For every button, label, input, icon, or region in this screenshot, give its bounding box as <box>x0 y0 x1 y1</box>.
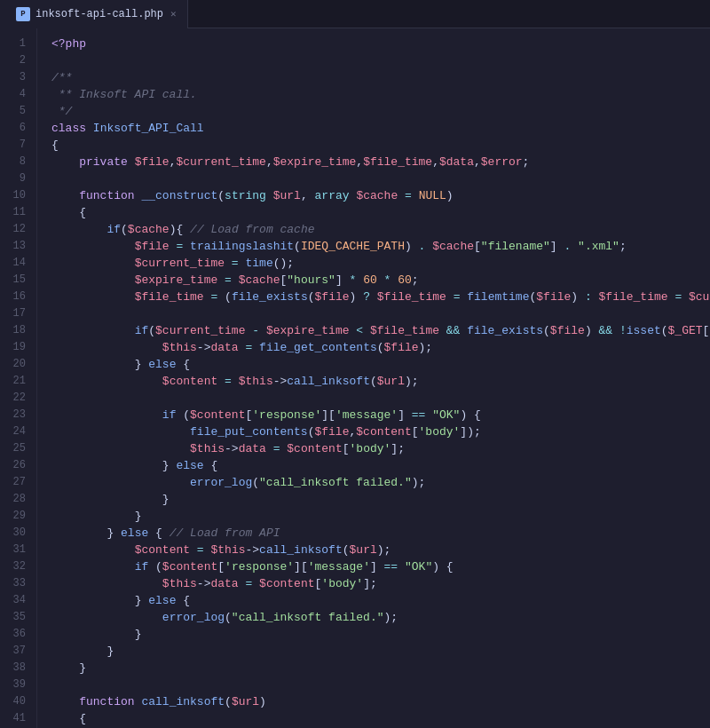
line-number: 30 <box>7 525 26 542</box>
code-line: /** <box>51 69 710 86</box>
file-tab[interactable]: P inksoft-api-call.php ✕ <box>0 0 188 28</box>
line-number: 29 <box>7 508 26 525</box>
line-number: 16 <box>7 289 26 305</box>
code-line: $expire_time = $cache["hours"] * 60 * 60… <box>51 272 710 289</box>
line-number: 2 <box>7 52 26 69</box>
line-number: 27 <box>7 474 26 491</box>
editor-area: 1234567891011121314151617181920212223242… <box>0 28 710 728</box>
code-line: if ($content['response']['message'] == "… <box>51 558 710 575</box>
code-line: } <box>51 508 710 525</box>
line-number: 28 <box>7 491 26 508</box>
line-number: 41 <box>7 710 26 727</box>
code-line <box>51 677 710 693</box>
code-line: class Inksoft_API_Call <box>51 120 710 137</box>
code-line: $this->data = $content['body']; <box>51 575 710 592</box>
code-line: if($current_time - $expire_time < $file_… <box>51 322 710 339</box>
code-line: $file = trailingslashit(IDEQ_CACHE_PATH)… <box>51 238 710 255</box>
code-line: { <box>51 137 710 154</box>
code-line: $content = $this->call_inksoft($url); <box>51 542 710 558</box>
line-number: 18 <box>7 322 26 339</box>
code-line: } else { <box>51 356 710 373</box>
line-number: 3 <box>7 69 26 86</box>
line-number: 4 <box>7 86 26 103</box>
code-line: } else { <box>51 457 710 474</box>
code-line: } <box>51 626 710 643</box>
line-number: 21 <box>7 373 26 390</box>
code-line: $file_time = (file_exists($file) ? $file… <box>51 289 710 305</box>
php-icon: P <box>16 7 30 21</box>
line-number: 37 <box>7 643 26 660</box>
line-number: 19 <box>7 339 26 356</box>
line-number: 33 <box>7 575 26 592</box>
code-line: } <box>51 491 710 508</box>
code-line <box>51 52 710 69</box>
code-line: } else { // Load from API <box>51 525 710 542</box>
line-number: 1 <box>7 36 26 52</box>
line-number: 11 <box>7 204 26 221</box>
code-line: <?php <box>51 36 710 52</box>
line-number: 5 <box>7 103 26 120</box>
line-number: 14 <box>7 255 26 272</box>
line-number: 34 <box>7 592 26 609</box>
code-line: $current_time = time(); <box>51 255 710 272</box>
code-line: if($cache){ // Load from cache <box>51 221 710 238</box>
code-line: if ($content['response']['message'] == "… <box>51 407 710 423</box>
code-line: function call_inksoft($url) <box>51 693 710 710</box>
code-line: file_put_contents($file,$content['body']… <box>51 423 710 440</box>
line-number: 23 <box>7 407 26 423</box>
code-line: { <box>51 710 710 727</box>
code-line <box>51 170 710 187</box>
code-line: $this->data = file_get_contents($file); <box>51 339 710 356</box>
line-number: 15 <box>7 272 26 289</box>
code-line: { <box>51 204 710 221</box>
line-number: 10 <box>7 187 26 204</box>
line-number: 31 <box>7 542 26 558</box>
tab-close-icon[interactable]: ✕ <box>170 8 177 20</box>
line-number: 12 <box>7 221 26 238</box>
tab-bar: P inksoft-api-call.php ✕ <box>0 0 710 28</box>
code-line: $this->data = $content['body']; <box>51 440 710 457</box>
code-line: function __construct(string $url, array … <box>51 187 710 204</box>
code-line: error_log("call_inksoft failed."); <box>51 474 710 491</box>
code-line <box>51 390 710 407</box>
line-number: 32 <box>7 558 26 575</box>
line-number: 24 <box>7 423 26 440</box>
line-number: 8 <box>7 154 26 170</box>
line-number: 36 <box>7 626 26 643</box>
line-number: 9 <box>7 170 26 187</box>
code-line: $content = $this->call_inksoft($url); <box>51 373 710 390</box>
code-line: private $file,$current_time,$expire_time… <box>51 154 710 170</box>
line-number: 22 <box>7 390 26 407</box>
line-number: 17 <box>7 305 26 322</box>
line-number: 6 <box>7 120 26 137</box>
code-line: ** Inksoft API call. <box>51 86 710 103</box>
line-number: 13 <box>7 238 26 255</box>
code-line: } <box>51 660 710 677</box>
code-line <box>51 305 710 322</box>
line-number: 7 <box>7 137 26 154</box>
code-line: error_log("call_inksoft failed."); <box>51 609 710 626</box>
code-area[interactable]: <?php /** ** Inksoft API call. */class I… <box>37 28 710 728</box>
line-numbers: 1234567891011121314151617181920212223242… <box>0 28 37 728</box>
tab-label: inksoft-api-call.php <box>36 8 163 20</box>
line-number: 25 <box>7 440 26 457</box>
line-number: 20 <box>7 356 26 373</box>
line-number: 26 <box>7 457 26 474</box>
code-line: } <box>51 643 710 660</box>
line-number: 39 <box>7 677 26 693</box>
line-number: 38 <box>7 660 26 677</box>
line-number: 40 <box>7 693 26 710</box>
code-line: */ <box>51 103 710 120</box>
line-number: 35 <box>7 609 26 626</box>
code-line: } else { <box>51 592 710 609</box>
